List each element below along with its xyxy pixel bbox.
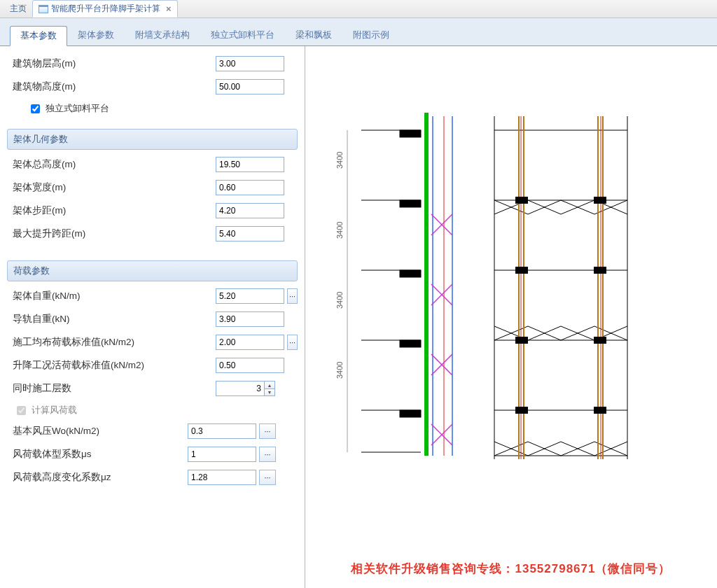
svg-rect-9 bbox=[400, 340, 421, 347]
tab-beam-slab[interactable]: 梁和飘板 bbox=[285, 25, 342, 46]
label-simul-floors: 同时施工层数 bbox=[13, 382, 216, 395]
label-building-floor-height: 建筑物层高(m) bbox=[13, 57, 216, 70]
svg-rect-72 bbox=[515, 407, 528, 414]
input-simul-floors[interactable] bbox=[216, 381, 265, 396]
svg-text:3400: 3400 bbox=[335, 222, 344, 239]
label-lift-live-load: 升降工况活荷载标准值(kN/m2) bbox=[13, 359, 216, 372]
svg-rect-67 bbox=[594, 197, 606, 204]
input-frame-width[interactable] bbox=[216, 180, 284, 195]
group-load-header: 荷载参数 bbox=[7, 260, 298, 281]
svg-rect-66 bbox=[515, 197, 528, 204]
scaffold-diagram-icon: 3400 3400 3400 3400 bbox=[319, 109, 641, 473]
label-shape-coef: 风荷载体型系数μs bbox=[13, 448, 188, 461]
input-rail-self-weight[interactable] bbox=[216, 312, 284, 327]
input-max-lift-span[interactable] bbox=[216, 226, 284, 241]
svg-text:3400: 3400 bbox=[335, 362, 344, 379]
svg-rect-70 bbox=[515, 337, 528, 344]
input-frame-step[interactable] bbox=[216, 203, 284, 218]
tab-wall-support[interactable]: 附墙支承结构 bbox=[125, 25, 200, 46]
close-icon[interactable]: × bbox=[166, 4, 172, 13]
tab-home[interactable]: 主页 bbox=[4, 0, 32, 18]
label-building-height: 建筑物高度(m) bbox=[13, 80, 216, 93]
label-basic-wind: 基本风压Wo(kN/m2) bbox=[13, 425, 188, 438]
footer-note: 相关软件升级销售咨询专线：13552798671（微信同号） bbox=[305, 561, 717, 577]
svg-rect-8 bbox=[400, 270, 421, 277]
input-construct-load[interactable] bbox=[216, 335, 284, 350]
input-lift-live-load[interactable] bbox=[216, 358, 284, 373]
label-calc-wind: 计算风荷载 bbox=[32, 404, 77, 416]
svg-rect-7 bbox=[400, 200, 421, 207]
tab-label: 智能爬升平台升降脚手架计算 bbox=[51, 3, 160, 15]
more-button-construct-load[interactable]: ··· bbox=[287, 335, 298, 350]
tab-indep-platform[interactable]: 独立式卸料平台 bbox=[200, 25, 285, 46]
input-frame-total-height[interactable] bbox=[216, 157, 284, 172]
checkbox-indep-platform[interactable] bbox=[31, 104, 40, 113]
label-construct-load: 施工均布荷载标准值(kN/m2) bbox=[13, 336, 216, 349]
svg-text:3400: 3400 bbox=[335, 152, 344, 169]
svg-rect-69 bbox=[594, 267, 606, 274]
input-height-coef[interactable] bbox=[188, 470, 256, 485]
input-building-floor-height[interactable] bbox=[216, 56, 284, 71]
svg-rect-68 bbox=[515, 267, 528, 274]
svg-rect-10 bbox=[400, 410, 421, 417]
more-button-basic-wind[interactable]: ··· bbox=[259, 424, 276, 439]
tab-basic-params[interactable]: 基本参数 bbox=[10, 26, 67, 46]
tab-active-document[interactable]: 智能爬升平台升降脚手架计算 × bbox=[32, 0, 178, 18]
group-geometry-header: 架体几何参数 bbox=[7, 129, 298, 150]
label-frame-step: 架体步距(m) bbox=[13, 204, 216, 217]
svg-rect-6 bbox=[400, 130, 421, 137]
label-indep-platform: 独立式卸料平台 bbox=[46, 102, 109, 115]
section-tabs-bar: 基本参数 架体参数 附墙支承结构 独立式卸料平台 梁和飘板 附图示例 bbox=[0, 18, 717, 46]
spinner-down-icon[interactable]: ▼ bbox=[265, 388, 274, 396]
spinner-up-icon[interactable]: ▲ bbox=[265, 382, 274, 388]
more-button-frame-self-weight[interactable]: ··· bbox=[287, 288, 298, 304]
more-button-height-coef[interactable]: ··· bbox=[259, 470, 276, 485]
svg-rect-11 bbox=[424, 113, 429, 456]
svg-rect-73 bbox=[594, 407, 606, 414]
label-height-coef: 风荷载高度变化系数μz bbox=[13, 471, 188, 484]
input-frame-self-weight[interactable] bbox=[216, 288, 284, 304]
checkbox-calc-wind[interactable] bbox=[17, 406, 26, 415]
preview-pane: 3400 3400 3400 3400 bbox=[305, 46, 717, 588]
section-tabs: 基本参数 架体参数 附墙支承结构 独立式卸料平台 梁和飘板 附图示例 bbox=[10, 25, 717, 46]
document-tabs: 主页 智能爬升平台升降脚手架计算 × bbox=[0, 0, 717, 18]
input-shape-coef[interactable] bbox=[188, 447, 256, 462]
window-icon bbox=[39, 5, 48, 13]
label-frame-total-height: 架体总高度(m) bbox=[13, 158, 216, 171]
label-frame-width: 架体宽度(m) bbox=[13, 181, 216, 194]
more-button-shape-coef[interactable]: ··· bbox=[259, 447, 276, 462]
input-building-height[interactable] bbox=[216, 79, 284, 94]
svg-text:3400: 3400 bbox=[335, 292, 344, 309]
label-frame-self-weight: 架体自重(kN/m) bbox=[13, 290, 216, 302]
tab-frame-params[interactable]: 架体参数 bbox=[67, 25, 125, 46]
svg-rect-71 bbox=[594, 337, 606, 344]
label-rail-self-weight: 导轨自重(kN) bbox=[13, 313, 216, 326]
input-basic-wind[interactable] bbox=[188, 424, 256, 439]
tab-diagram-example[interactable]: 附图示例 bbox=[342, 25, 400, 46]
form-pane: 建筑物层高(m) 建筑物高度(m) 独立式卸料平台 架体几何参数 架体总高度(m… bbox=[0, 46, 305, 588]
label-max-lift-span: 最大提升跨距(m) bbox=[13, 227, 216, 240]
